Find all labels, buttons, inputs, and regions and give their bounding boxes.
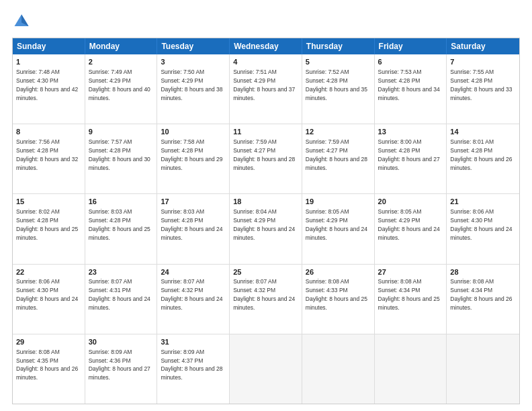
calendar-cell: 8Sunrise: 7:56 AMSunset: 4:28 PMDaylight… <box>13 124 85 193</box>
calendar-cell: 9Sunrise: 7:57 AMSunset: 4:28 PMDaylight… <box>85 124 158 193</box>
day-number: 10 <box>161 127 226 137</box>
day-number: 13 <box>378 127 443 137</box>
day-number: 17 <box>161 197 226 207</box>
page: SundayMondayTuesdayWednesdayThursdayFrid… <box>0 0 532 411</box>
cell-info: Sunrise: 8:03 AMSunset: 4:28 PMDaylight:… <box>161 208 222 241</box>
header-cell-friday: Friday <box>375 38 447 54</box>
calendar-cell: 24Sunrise: 8:07 AMSunset: 4:32 PMDayligh… <box>157 265 230 334</box>
cell-info: Sunrise: 7:59 AMSunset: 4:27 PMDaylight:… <box>306 138 367 171</box>
cell-info: Sunrise: 8:06 AMSunset: 4:30 PMDaylight:… <box>450 208 512 241</box>
calendar-cell: 25Sunrise: 8:07 AMSunset: 4:32 PMDayligh… <box>230 265 302 334</box>
cell-info: Sunrise: 7:50 AMSunset: 4:29 PMDaylight:… <box>161 68 222 101</box>
calendar-cell: 26Sunrise: 8:08 AMSunset: 4:33 PMDayligh… <box>302 265 375 334</box>
cell-info: Sunrise: 7:48 AMSunset: 4:30 PMDaylight:… <box>16 68 78 101</box>
calendar-header: SundayMondayTuesdayWednesdayThursdayFrid… <box>13 38 519 54</box>
calendar-row-1: 1Sunrise: 7:48 AMSunset: 4:30 PMDaylight… <box>13 54 519 124</box>
cell-info: Sunrise: 8:07 AMSunset: 4:32 PMDaylight:… <box>161 278 222 311</box>
day-number: 3 <box>161 57 226 67</box>
cell-info: Sunrise: 8:08 AMSunset: 4:34 PMDaylight:… <box>450 278 512 311</box>
cell-info: Sunrise: 8:00 AMSunset: 4:28 PMDaylight:… <box>378 138 440 171</box>
day-number: 28 <box>450 267 516 277</box>
calendar-cell: 4Sunrise: 7:51 AMSunset: 4:29 PMDaylight… <box>230 54 302 124</box>
day-number: 30 <box>89 337 154 347</box>
day-number: 1 <box>16 57 81 67</box>
day-number: 22 <box>16 267 81 277</box>
calendar-cell: 31Sunrise: 8:09 AMSunset: 4:37 PMDayligh… <box>157 334 230 404</box>
cell-info: Sunrise: 8:08 AMSunset: 4:35 PMDaylight:… <box>16 349 78 381</box>
calendar-cell <box>302 334 375 404</box>
cell-info: Sunrise: 8:08 AMSunset: 4:34 PMDaylight:… <box>378 278 440 311</box>
calendar-row-2: 8Sunrise: 7:56 AMSunset: 4:28 PMDaylight… <box>13 124 519 193</box>
header-cell-monday: Monday <box>85 38 158 54</box>
calendar-cell: 14Sunrise: 8:01 AMSunset: 4:28 PMDayligh… <box>447 124 519 193</box>
cell-info: Sunrise: 7:55 AMSunset: 4:28 PMDaylight:… <box>450 68 512 101</box>
cell-info: Sunrise: 7:52 AMSunset: 4:28 PMDaylight:… <box>306 68 367 101</box>
day-number: 11 <box>233 127 298 137</box>
cell-info: Sunrise: 7:56 AMSunset: 4:28 PMDaylight:… <box>16 138 78 171</box>
cell-info: Sunrise: 7:59 AMSunset: 4:27 PMDaylight:… <box>233 138 295 171</box>
calendar-cell: 20Sunrise: 8:05 AMSunset: 4:29 PMDayligh… <box>375 194 447 263</box>
calendar-cell: 18Sunrise: 8:04 AMSunset: 4:29 PMDayligh… <box>230 194 302 263</box>
day-number: 29 <box>16 337 81 347</box>
calendar-cell: 15Sunrise: 8:02 AMSunset: 4:28 PMDayligh… <box>13 194 85 263</box>
calendar-cell: 10Sunrise: 7:58 AMSunset: 4:28 PMDayligh… <box>157 124 230 193</box>
calendar-row-5: 29Sunrise: 8:08 AMSunset: 4:35 PMDayligh… <box>13 334 519 404</box>
calendar-cell: 29Sunrise: 8:08 AMSunset: 4:35 PMDayligh… <box>13 334 85 404</box>
calendar-cell: 7Sunrise: 7:55 AMSunset: 4:28 PMDaylight… <box>447 54 519 124</box>
calendar-cell: 21Sunrise: 8:06 AMSunset: 4:30 PMDayligh… <box>447 194 519 263</box>
calendar-cell: 1Sunrise: 7:48 AMSunset: 4:30 PMDaylight… <box>13 54 85 124</box>
header-cell-wednesday: Wednesday <box>230 38 302 54</box>
calendar-cell: 23Sunrise: 8:07 AMSunset: 4:31 PMDayligh… <box>85 265 158 334</box>
day-number: 27 <box>378 267 443 277</box>
logo <box>12 12 34 31</box>
day-number: 14 <box>450 127 516 137</box>
day-number: 5 <box>306 57 371 67</box>
day-number: 20 <box>378 197 443 207</box>
day-number: 12 <box>306 127 371 137</box>
cell-info: Sunrise: 8:09 AMSunset: 4:37 PMDaylight:… <box>161 349 222 381</box>
day-number: 15 <box>16 197 81 207</box>
calendar-cell: 13Sunrise: 8:00 AMSunset: 4:28 PMDayligh… <box>375 124 447 193</box>
calendar-cell: 2Sunrise: 7:49 AMSunset: 4:29 PMDaylight… <box>85 54 158 124</box>
day-number: 23 <box>89 267 154 277</box>
calendar-cell <box>375 334 447 404</box>
header-cell-sunday: Sunday <box>13 38 85 54</box>
day-number: 7 <box>450 57 516 67</box>
day-number: 4 <box>233 57 298 67</box>
day-number: 2 <box>89 57 154 67</box>
cell-info: Sunrise: 7:51 AMSunset: 4:29 PMDaylight:… <box>233 68 295 101</box>
day-number: 6 <box>378 57 443 67</box>
calendar-cell: 22Sunrise: 8:06 AMSunset: 4:30 PMDayligh… <box>13 265 85 334</box>
cell-info: Sunrise: 8:07 AMSunset: 4:31 PMDaylight:… <box>89 278 150 311</box>
logo-icon <box>12 12 31 31</box>
day-number: 31 <box>161 337 226 347</box>
calendar-cell: 3Sunrise: 7:50 AMSunset: 4:29 PMDaylight… <box>157 54 230 124</box>
day-number: 18 <box>233 197 298 207</box>
cell-info: Sunrise: 8:03 AMSunset: 4:28 PMDaylight:… <box>89 208 150 241</box>
cell-info: Sunrise: 7:53 AMSunset: 4:28 PMDaylight:… <box>378 68 440 101</box>
day-number: 9 <box>89 127 154 137</box>
day-number: 8 <box>16 127 81 137</box>
calendar-cell: 6Sunrise: 7:53 AMSunset: 4:28 PMDaylight… <box>375 54 447 124</box>
calendar-body: 1Sunrise: 7:48 AMSunset: 4:30 PMDaylight… <box>13 54 519 404</box>
cell-info: Sunrise: 8:04 AMSunset: 4:29 PMDaylight:… <box>233 208 295 241</box>
cell-info: Sunrise: 8:09 AMSunset: 4:36 PMDaylight:… <box>89 349 150 381</box>
header <box>12 12 520 31</box>
cell-info: Sunrise: 8:01 AMSunset: 4:28 PMDaylight:… <box>450 138 512 171</box>
cell-info: Sunrise: 7:58 AMSunset: 4:28 PMDaylight:… <box>161 138 222 171</box>
calendar-cell: 11Sunrise: 7:59 AMSunset: 4:27 PMDayligh… <box>230 124 302 193</box>
day-number: 24 <box>161 267 226 277</box>
calendar-row-4: 22Sunrise: 8:06 AMSunset: 4:30 PMDayligh… <box>13 264 519 334</box>
calendar-cell: 17Sunrise: 8:03 AMSunset: 4:28 PMDayligh… <box>157 194 230 263</box>
header-cell-tuesday: Tuesday <box>157 38 230 54</box>
header-cell-thursday: Thursday <box>302 38 375 54</box>
day-number: 25 <box>233 267 298 277</box>
cell-info: Sunrise: 7:57 AMSunset: 4:28 PMDaylight:… <box>89 138 150 171</box>
calendar-cell: 27Sunrise: 8:08 AMSunset: 4:34 PMDayligh… <box>375 265 447 334</box>
day-number: 21 <box>450 197 516 207</box>
cell-info: Sunrise: 8:08 AMSunset: 4:33 PMDaylight:… <box>306 278 367 311</box>
day-number: 19 <box>306 197 371 207</box>
calendar-cell: 12Sunrise: 7:59 AMSunset: 4:27 PMDayligh… <box>302 124 375 193</box>
cell-info: Sunrise: 7:49 AMSunset: 4:29 PMDaylight:… <box>89 68 150 101</box>
calendar-cell: 28Sunrise: 8:08 AMSunset: 4:34 PMDayligh… <box>447 265 519 334</box>
